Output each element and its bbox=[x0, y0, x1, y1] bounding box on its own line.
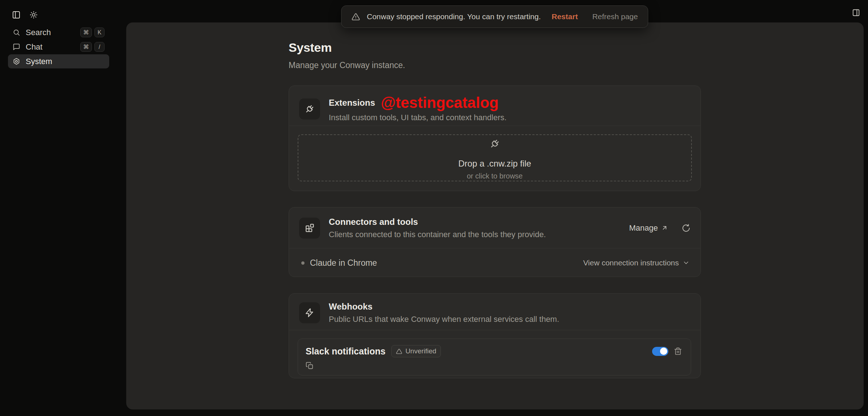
chat-icon bbox=[13, 43, 20, 51]
panel-right-icon bbox=[852, 9, 860, 17]
instructions-label: View connection instructions bbox=[583, 259, 679, 267]
refresh-page-button[interactable]: Refresh page bbox=[592, 12, 638, 21]
system-icon bbox=[13, 58, 20, 65]
shortcut-key: ⌘ bbox=[80, 42, 92, 52]
sidebar-item-search[interactable]: Search ⌘ K bbox=[8, 25, 109, 39]
card-subtitle: Public URLs that wake Conway when extern… bbox=[329, 315, 559, 324]
warning-icon bbox=[352, 13, 360, 21]
plug-icon bbox=[305, 104, 315, 114]
theme-toggle-button[interactable] bbox=[29, 10, 38, 20]
card-subtitle: Clients connected to this container and … bbox=[329, 230, 546, 239]
sun-icon bbox=[30, 11, 38, 19]
sidebar-toggle-button[interactable] bbox=[12, 10, 21, 20]
copy-url-button[interactable] bbox=[306, 362, 314, 370]
unverified-badge: Unverified bbox=[391, 345, 441, 357]
extensions-card: Extensions @testingcatalog Install custo… bbox=[289, 85, 701, 191]
extension-dropzone[interactable]: Drop a .cnw.zip file or click to browse bbox=[298, 134, 692, 181]
page-subtitle: Manage your Conway instance. bbox=[289, 60, 405, 70]
refresh-button[interactable] bbox=[682, 224, 690, 232]
connectors-card: Connectors and tools Clients connected t… bbox=[289, 207, 701, 277]
webhook-item: Slack notifications Unverified bbox=[298, 339, 691, 375]
icon-tile bbox=[299, 98, 320, 119]
divider bbox=[289, 330, 701, 330]
trash-icon bbox=[674, 347, 682, 356]
page-title: System bbox=[289, 41, 332, 55]
right-panel-toggle-button[interactable] bbox=[851, 8, 861, 17]
search-icon bbox=[13, 29, 20, 36]
copy-icon bbox=[306, 362, 314, 370]
chevron-down-icon bbox=[682, 259, 690, 266]
view-instructions-button[interactable]: View connection instructions bbox=[583, 259, 690, 267]
card-title: Webhooks bbox=[329, 302, 559, 312]
zap-icon bbox=[305, 308, 314, 318]
icon-tile bbox=[299, 218, 320, 239]
status-dot bbox=[301, 261, 305, 265]
restart-button[interactable]: Restart bbox=[552, 12, 578, 21]
sidebar-item-label: Search bbox=[26, 28, 51, 37]
extensions-card-header: Extensions @testingcatalog Install custo… bbox=[289, 86, 701, 132]
toggle-knob bbox=[660, 348, 667, 355]
dropzone-title: Drop a .cnw.zip file bbox=[458, 159, 531, 169]
manage-label: Manage bbox=[629, 223, 658, 233]
toast-message: Conway stopped responding. You can try r… bbox=[367, 12, 541, 21]
dropzone-subtitle: or click to browse bbox=[467, 172, 523, 180]
watermark-text: @testingcatalog bbox=[381, 95, 499, 110]
shortcut-key: / bbox=[94, 42, 105, 52]
badge-warning-icon bbox=[396, 348, 402, 354]
badge-label: Unverified bbox=[405, 347, 437, 355]
sidebar-nav: Search ⌘ K Chat ⌘ / System bbox=[8, 25, 109, 68]
shortcut-key: ⌘ bbox=[80, 28, 92, 37]
card-subtitle: Install custom tools, UI tabs, and conte… bbox=[329, 113, 507, 122]
sidebar-item-system[interactable]: System bbox=[8, 54, 109, 68]
connectors-card-header: Connectors and tools Clients connected t… bbox=[289, 207, 701, 249]
divider bbox=[289, 126, 701, 126]
delete-webhook-button[interactable] bbox=[674, 347, 682, 356]
sidebar: Search ⌘ K Chat ⌘ / System bbox=[0, 0, 126, 416]
webhooks-card-header: Webhooks Public URLs that wake Conway wh… bbox=[289, 294, 701, 332]
panel-left-icon bbox=[12, 10, 21, 19]
webhooks-card: Webhooks Public URLs that wake Conway wh… bbox=[289, 293, 701, 378]
webhook-name: Slack notifications bbox=[306, 346, 386, 357]
sidebar-item-label: Chat bbox=[26, 42, 42, 52]
icon-tile bbox=[299, 302, 320, 323]
card-title: Extensions bbox=[329, 98, 375, 108]
manage-link[interactable]: Manage bbox=[629, 223, 668, 233]
sidebar-item-chat[interactable]: Chat ⌘ / bbox=[8, 40, 109, 54]
sidebar-item-label: System bbox=[26, 57, 52, 66]
refresh-icon bbox=[682, 224, 690, 232]
webhook-toggle[interactable] bbox=[652, 347, 668, 356]
arrow-up-right-icon bbox=[661, 224, 668, 231]
blocks-icon bbox=[305, 223, 315, 233]
shortcut-key: K bbox=[94, 28, 105, 37]
client-row: Claude in Chrome View connection instruc… bbox=[289, 248, 701, 277]
client-name: Claude in Chrome bbox=[310, 258, 377, 268]
error-toast: Conway stopped responding. You can try r… bbox=[341, 5, 648, 28]
card-title: Connectors and tools bbox=[329, 217, 546, 227]
dropzone-plug-icon bbox=[489, 138, 500, 149]
